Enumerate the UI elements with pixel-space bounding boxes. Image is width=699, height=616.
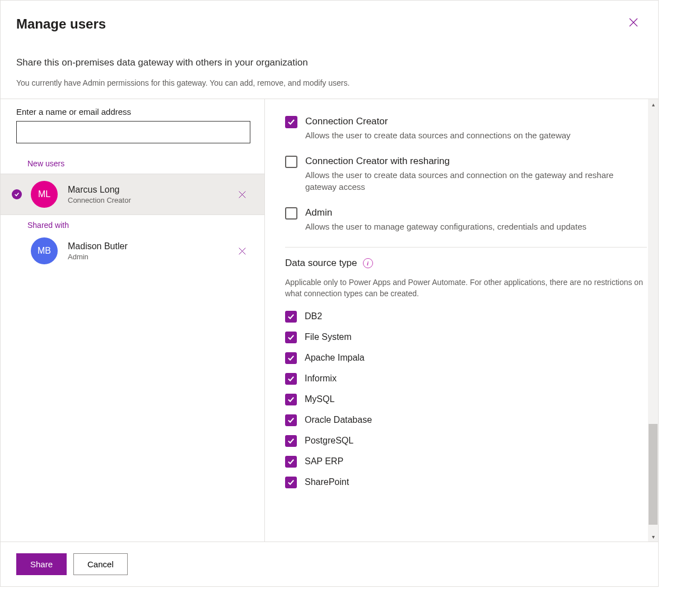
- user-name: Marcus Long: [68, 185, 235, 195]
- avatar: ML: [31, 181, 58, 208]
- datasource-item: MySQL: [285, 394, 647, 405]
- role-desc: Allows the user to manage gateway config…: [305, 221, 647, 232]
- permission-note: You currently have Admin permissions for…: [16, 78, 638, 87]
- users-pane: Enter a name or email address New users …: [1, 99, 265, 542]
- datasource-checkbox[interactable]: [285, 414, 297, 426]
- share-button[interactable]: Share: [16, 553, 67, 575]
- datasource-label: SharePoint: [305, 477, 349, 487]
- remove-user-button[interactable]: [235, 188, 249, 201]
- name-email-input[interactable]: [16, 121, 250, 143]
- datasource-checkbox[interactable]: [285, 394, 297, 405]
- datasource-list: DB2File SystemApache ImpalaInformixMySQL…: [285, 311, 647, 488]
- datasource-item: PostgreSQL: [285, 435, 647, 447]
- role-title: Connection Creator: [305, 116, 647, 127]
- role-title: Admin: [305, 207, 647, 218]
- scroll-down-icon[interactable]: ▾: [648, 531, 658, 542]
- close-icon: [238, 247, 246, 255]
- datasource-label: PostgreSQL: [305, 436, 353, 446]
- cancel-button[interactable]: Cancel: [73, 553, 128, 575]
- scroll-up-icon[interactable]: ▴: [648, 99, 658, 109]
- datasource-title: Data source type: [285, 258, 357, 269]
- datasource-item: File System: [285, 332, 647, 343]
- role-desc: Allows the user to create data sources a…: [305, 129, 647, 141]
- datasource-checkbox[interactable]: [285, 435, 297, 447]
- role-desc: Allows the user to create data sources a…: [305, 169, 647, 193]
- user-row-madison-butler[interactable]: MB Madison Butler Admin: [1, 235, 264, 271]
- datasource-item: SharePoint: [285, 477, 647, 488]
- datasource-item: Oracle Database: [285, 414, 647, 426]
- scrollbar[interactable]: ▴ ▾: [648, 99, 658, 542]
- name-input-label: Enter a name or email address: [1, 107, 264, 121]
- manage-users-dialog: Manage users Share this on-premises data…: [0, 0, 659, 587]
- datasource-label: SAP ERP: [305, 456, 343, 466]
- new-users-label: New users: [1, 153, 264, 174]
- role-admin: Admin Allows the user to manage gateway …: [285, 207, 647, 232]
- datasource-label: Oracle Database: [305, 415, 372, 425]
- close-icon: [628, 17, 639, 27]
- user-role: Admin: [68, 253, 235, 261]
- role-checkbox[interactable]: [285, 116, 297, 128]
- role-checkbox[interactable]: [285, 207, 297, 220]
- datasource-label: Apache Impala: [305, 353, 365, 363]
- datasource-item: Apache Impala: [285, 352, 647, 364]
- dialog-footer: Share Cancel: [1, 542, 658, 586]
- user-row-marcus-long[interactable]: ML Marcus Long Connection Creator: [1, 174, 264, 215]
- dialog-header: Manage users Share this on-premises data…: [1, 1, 658, 99]
- avatar: MB: [31, 237, 58, 264]
- datasource-item: Informix: [285, 373, 647, 385]
- close-icon: [238, 190, 246, 199]
- shared-with-label: Shared with: [1, 215, 264, 235]
- remove-user-button[interactable]: [235, 244, 249, 258]
- datasource-checkbox[interactable]: [285, 352, 297, 364]
- divider: [285, 247, 647, 248]
- datasource-label: File System: [305, 332, 352, 342]
- user-name: Madison Butler: [68, 241, 235, 251]
- dialog-body: Enter a name or email address New users …: [1, 99, 658, 542]
- datasource-checkbox[interactable]: [285, 332, 297, 343]
- datasource-label: DB2: [305, 311, 322, 321]
- datasource-item: SAP ERP: [285, 456, 647, 468]
- datasource-checkbox[interactable]: [285, 456, 297, 468]
- datasource-label: MySQL: [305, 394, 334, 404]
- datasource-label: Informix: [305, 374, 337, 384]
- datasource-checkbox[interactable]: [285, 311, 297, 323]
- datasource-checkbox[interactable]: [285, 477, 297, 488]
- user-role: Connection Creator: [68, 196, 235, 204]
- role-checkbox[interactable]: [285, 156, 297, 168]
- roles-pane: Connection Creator Allows the user to cr…: [265, 99, 658, 542]
- role-connection-creator: Connection Creator Allows the user to cr…: [285, 116, 647, 141]
- datasource-checkbox[interactable]: [285, 373, 297, 385]
- page-title: Manage users: [16, 16, 638, 32]
- info-icon[interactable]: i: [363, 258, 373, 268]
- datasource-header: Data source type i: [285, 258, 647, 269]
- close-button[interactable]: [626, 15, 641, 30]
- datasource-note: Applicable only to Power Apps and Power …: [285, 277, 647, 300]
- selected-check-icon: [12, 189, 22, 199]
- page-subtitle: Share this on-premises data gateway with…: [16, 57, 638, 68]
- role-title: Connection Creator with resharing: [305, 156, 647, 167]
- scrollbar-thumb[interactable]: [649, 424, 658, 525]
- datasource-item: DB2: [285, 311, 647, 323]
- role-connection-creator-resharing: Connection Creator with resharing Allows…: [285, 156, 647, 193]
